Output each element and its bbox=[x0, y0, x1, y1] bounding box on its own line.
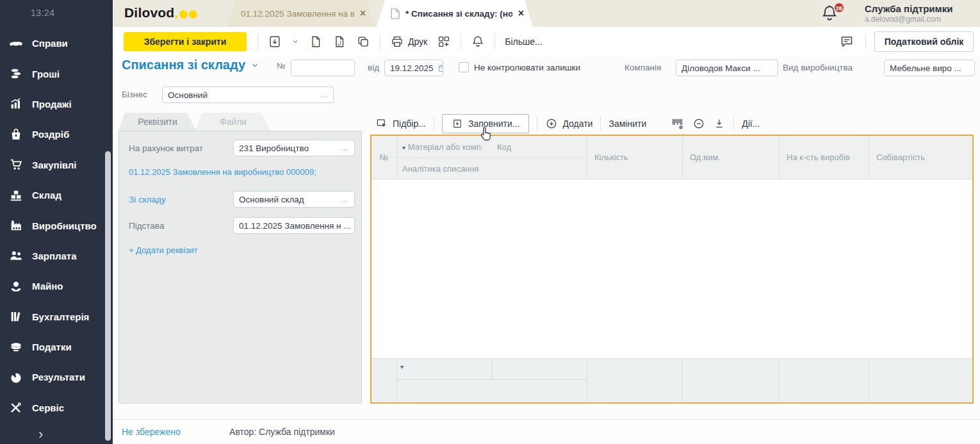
notification-badge: 26 bbox=[833, 2, 845, 13]
save-button[interactable] bbox=[268, 35, 282, 49]
handshake-icon bbox=[8, 37, 24, 51]
lookup-ellipsis-icon[interactable]: ... bbox=[316, 90, 328, 99]
basis-input[interactable]: 01.12.2025 Замовлення н ... bbox=[233, 217, 355, 234]
col-per-items[interactable]: На к-сть виробів bbox=[787, 152, 850, 162]
col-num[interactable]: № bbox=[372, 152, 396, 162]
reminder-bell-button[interactable] bbox=[471, 35, 485, 49]
tax-accounting-button[interactable]: Податковий облік bbox=[874, 31, 974, 52]
production-type-label: Вид виробництва bbox=[783, 63, 853, 72]
sidebar-item-zakupivli[interactable]: Закупівлі bbox=[0, 150, 104, 180]
date-label: від bbox=[368, 63, 379, 72]
sidebar-item-sklad[interactable]: Склад bbox=[0, 180, 104, 210]
user-email: a.delovod@gmail.com bbox=[865, 15, 972, 24]
toolbar-separator bbox=[461, 34, 461, 49]
grid-body-empty[interactable] bbox=[372, 180, 972, 358]
remove-row-button[interactable] bbox=[692, 117, 705, 130]
sidebar-item-label: Гроші bbox=[32, 69, 60, 79]
move-down-button[interactable] bbox=[713, 117, 726, 130]
print-button[interactable]: Друк bbox=[390, 35, 427, 49]
sidebar-collapse-chevron[interactable]: › bbox=[38, 427, 43, 441]
logo-text: Dilovod bbox=[124, 5, 174, 21]
tab-requisites[interactable]: Реквізити bbox=[118, 113, 197, 131]
grid-new-row[interactable]: ▾ bbox=[372, 358, 972, 402]
sidebar-item-podatky[interactable]: Податки bbox=[0, 332, 104, 362]
add-requisite-link[interactable]: + Додати реквізит bbox=[129, 245, 198, 255]
sidebar-item-servis[interactable]: Сервіс bbox=[0, 393, 104, 423]
tab-writeoff-document[interactable]: * Списання зі складу: (новий) × bbox=[377, 0, 533, 27]
favorite-document-button[interactable] bbox=[309, 35, 323, 49]
col-cost[interactable]: Собівартість bbox=[876, 152, 925, 162]
actions-button[interactable]: Дії... bbox=[742, 119, 760, 129]
expense-account-label: На рахунок витрат bbox=[129, 144, 203, 153]
table-toolbar: Підбір... Заповнити... Додати Замінити bbox=[370, 113, 976, 135]
company-label: Компанія bbox=[625, 63, 661, 72]
attach-file-button[interactable] bbox=[332, 35, 347, 49]
from-warehouse-input[interactable]: Основний склад ... bbox=[233, 191, 355, 208]
no-control-checkbox[interactable] bbox=[459, 62, 469, 72]
sidebar-item-prodazhi[interactable]: Продажі bbox=[0, 89, 104, 119]
col-analytics[interactable]: Аналітика списання bbox=[402, 164, 479, 174]
sidebar-item-label: Майно bbox=[32, 281, 63, 292]
more-button[interactable]: Більше... bbox=[505, 37, 542, 47]
col-unit[interactable]: Од.вим. bbox=[690, 152, 721, 162]
sidebar-item-rozdrib[interactable]: Роздріб bbox=[0, 119, 104, 149]
copy-button[interactable] bbox=[356, 35, 370, 49]
col-material[interactable]: ▾ Матеріал або комп. bbox=[402, 142, 483, 152]
basis-label: Підстава bbox=[129, 221, 164, 231]
toolbar-separator bbox=[733, 117, 734, 131]
save-and-close-button[interactable]: Зберегти і закрити bbox=[124, 32, 247, 51]
comment-button[interactable] bbox=[839, 34, 854, 49]
date-input[interactable]: 19.12.2025 bbox=[384, 60, 443, 76]
sidebar-item-hroshi[interactable]: Гроші bbox=[0, 58, 104, 88]
col-qty[interactable]: Кількість bbox=[594, 152, 628, 162]
items-grid: № ▾ Матеріал або комп. Код Аналітика спи… bbox=[370, 135, 974, 404]
plus-circle-icon bbox=[545, 117, 558, 130]
dilovod-logo[interactable]: Dilovod, bbox=[124, 5, 197, 21]
fill-button[interactable]: Заповнити... bbox=[442, 114, 530, 133]
close-icon[interactable]: × bbox=[518, 8, 524, 19]
add-row-button[interactable]: Додати bbox=[545, 117, 592, 130]
number-input[interactable] bbox=[291, 60, 355, 76]
add-widget-button[interactable] bbox=[437, 35, 451, 49]
tab-label: 01.12.2025 Замовлення на виро bbox=[241, 9, 354, 19]
factory-icon bbox=[8, 218, 24, 233]
sidebar-item-vyrobnytstvo[interactable]: Виробництво bbox=[0, 210, 104, 240]
expense-account-input[interactable]: 231 Виробництво ... bbox=[233, 140, 355, 156]
production-type-input[interactable]: Мебельне виро ... bbox=[884, 60, 975, 76]
sales-chart-icon bbox=[8, 97, 24, 111]
sidebar-scrollbar[interactable] bbox=[105, 151, 111, 441]
sidebar-item-rezultaty[interactable]: Результати bbox=[0, 362, 104, 392]
requisites-panel-body: На рахунок витрат 231 Виробництво ... 01… bbox=[118, 131, 362, 404]
pick-button[interactable]: Підбір... bbox=[375, 117, 426, 130]
sidebar-item-zarplata[interactable]: Зарплата bbox=[0, 241, 104, 271]
sidebar-item-label: Сервіс bbox=[32, 402, 64, 413]
user-account[interactable]: Служба підтримки a.delovod@gmail.com bbox=[865, 3, 972, 24]
sidebar-item-maino[interactable]: Майно bbox=[0, 271, 104, 301]
tab-files[interactable]: Файли bbox=[195, 113, 271, 131]
notifications-bell[interactable]: 26 bbox=[820, 4, 840, 24]
from-warehouse-label[interactable]: Зі складу bbox=[129, 195, 166, 204]
pie-chart-icon bbox=[8, 370, 24, 384]
business-input[interactable]: Основний ... bbox=[162, 86, 334, 103]
row-dropdown-icon[interactable]: ▾ bbox=[400, 363, 404, 370]
save-options-chevron-icon[interactable] bbox=[291, 38, 299, 45]
document-type-title[interactable]: Списання зі складу bbox=[122, 58, 259, 72]
calendar-icon[interactable] bbox=[434, 63, 443, 73]
replace-button[interactable]: Замінити bbox=[608, 119, 646, 129]
lookup-ellipsis-icon[interactable]: ... bbox=[337, 144, 349, 152]
not-saved-status[interactable]: Не збережено bbox=[122, 427, 181, 437]
logo-dot bbox=[189, 10, 197, 19]
document-header: Списання зі складу № від 19.12.2025 Не к… bbox=[113, 56, 980, 81]
lookup-ellipsis-icon[interactable]: ... bbox=[337, 195, 349, 204]
tab-order-document[interactable]: 01.12.2025 Замовлення на виро × bbox=[227, 0, 375, 27]
tab-label: * Списання зі складу: (новий) bbox=[405, 9, 512, 19]
toolbar-separator bbox=[494, 34, 495, 49]
company-input[interactable]: Діловодов Макси ... bbox=[676, 60, 778, 76]
barcode-button[interactable] bbox=[671, 117, 685, 131]
col-code[interactable]: Код bbox=[497, 142, 511, 152]
sidebar-item-bukhhalteriia[interactable]: Бухгалтерія bbox=[0, 302, 104, 332]
production-order-link[interactable]: 01.12.2025 Замовлення на виробництво 000… bbox=[129, 167, 316, 177]
sidebar-item-spravy[interactable]: Справи bbox=[0, 28, 104, 58]
sidebar-item-label: Закупівлі bbox=[32, 160, 77, 170]
close-icon[interactable]: × bbox=[360, 8, 366, 19]
